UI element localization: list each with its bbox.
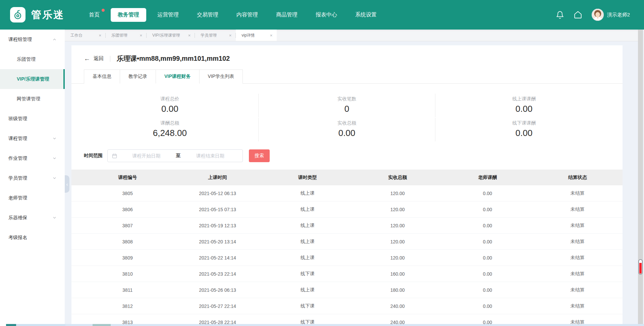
nav-item[interactable]: 运营管理: [150, 8, 186, 22]
chevron-left-icon: ‹: [66, 181, 68, 187]
stat-label: 实收笔数: [259, 96, 435, 102]
table-cell: 160.00: [353, 271, 442, 277]
sidebar-item[interactable]: 老师管理: [0, 188, 65, 208]
course-end-date-input[interactable]: [182, 153, 239, 158]
sidebar-subitem-label: VIP/乐理课管理: [17, 76, 49, 82]
table-cell: 3809: [83, 255, 172, 261]
table-cell: 0.00: [442, 271, 532, 277]
detail-tab[interactable]: VIP学生列表: [199, 69, 243, 84]
table-cell: 未结算: [533, 255, 623, 261]
chevron-down-icon: [52, 136, 57, 141]
sidebar-item-label: 课程管理: [8, 136, 27, 142]
user-name: 演示老师2: [607, 12, 630, 18]
table-cell: 0.00: [442, 320, 532, 324]
table-header-cell: 结算状态: [533, 175, 623, 181]
table-cell: 3810: [83, 271, 172, 277]
filter-label: 时间范围: [84, 153, 103, 159]
user-menu[interactable]: 演示老师2: [592, 9, 630, 21]
stat-row: 课程总价0.00实收笔数0线上课课酬0.00: [82, 94, 612, 117]
sidebar-collapse-handle[interactable]: ‹: [65, 175, 69, 193]
detail-tab[interactable]: VIP课程财务: [156, 69, 200, 84]
chevron-down-icon: [52, 216, 57, 220]
table-cell: 线下课: [263, 319, 353, 324]
navbar-right: 演示老师2: [556, 9, 630, 21]
table-cell: 3808: [83, 239, 172, 244]
window-tab[interactable]: 工作台×: [65, 30, 106, 41]
window-tab-label: 工作台: [70, 33, 83, 38]
table-cell: 线下课: [263, 303, 353, 309]
table-row: 38082021-05-20 13:14线上课120.000.00未结算: [71, 234, 623, 250]
notification-dot-badge: [102, 9, 105, 12]
tab-close-icon[interactable]: ×: [229, 33, 232, 38]
table-row: 38062021-05-15 07:13线上课120.000.00未结算: [71, 201, 623, 218]
logo[interactable]: 管乐迷: [10, 7, 64, 22]
course-start-date-input[interactable]: [118, 153, 175, 158]
sidebar-item[interactable]: 课程管理: [0, 129, 65, 148]
horizontal-scrollbar[interactable]: [0, 324, 644, 326]
window-tab[interactable]: 学员管理×: [195, 30, 236, 41]
sidebar-subitem[interactable]: 乐团管理: [0, 49, 65, 69]
nav-item[interactable]: 商品管理: [269, 8, 305, 22]
nav-item[interactable]: 报表中心: [309, 8, 344, 22]
sidebar-item[interactable]: 课程组管理: [0, 30, 65, 49]
table-cell: 120.00: [353, 255, 442, 261]
sidebar-subitem[interactable]: 网管课管理: [0, 89, 65, 109]
nav-item[interactable]: 教务管理: [111, 8, 146, 22]
sidebar-subitem[interactable]: VIP/乐理课管理: [0, 69, 65, 89]
calendar-icon: [112, 153, 117, 159]
stat-cell: 线下课课酬0.00: [435, 118, 612, 141]
table-cell: 120.00: [353, 191, 442, 196]
table-cell: 0.00: [442, 287, 532, 293]
sidebar-item-label: 班级管理: [8, 116, 27, 122]
sidebar-item[interactable]: 考级报名: [0, 228, 65, 247]
window-tab-label: VIP/乐理课管理: [152, 33, 180, 38]
nav-item[interactable]: 系统设置: [348, 8, 384, 22]
sidebar-item[interactable]: 班级管理: [0, 109, 65, 129]
window-tab[interactable]: vip详情×: [236, 30, 277, 41]
table-header-cell: 上课时间: [172, 175, 262, 181]
window-tab[interactable]: VIP/乐理课管理×: [147, 30, 195, 41]
back-button[interactable]: ← 返回: [84, 55, 104, 62]
detail-tab[interactable]: 教学记录: [120, 69, 156, 84]
table-cell: 线上课: [263, 190, 353, 196]
table-cell: 线上课: [263, 206, 353, 213]
sidebar-subitem-label: 网管课管理: [17, 96, 40, 102]
home-icon[interactable]: [574, 10, 582, 19]
hscroll-segment: [16, 324, 65, 326]
tab-close-icon[interactable]: ×: [188, 33, 191, 38]
stat-label: 课程总价: [82, 96, 258, 102]
notification-bell-icon[interactable]: [556, 11, 564, 19]
sidebar-item[interactable]: 作业管理: [0, 148, 65, 168]
vertical-scrollbar[interactable]: [638, 30, 643, 324]
nav-item[interactable]: 交易管理: [190, 8, 225, 22]
date-range-picker[interactable]: 至: [107, 149, 243, 162]
table-cell: 3813: [83, 320, 172, 324]
sidebar-item[interactable]: 学员管理: [0, 168, 65, 188]
back-arrow-icon: ←: [84, 55, 90, 62]
detail-tab[interactable]: 基本信息: [84, 69, 120, 84]
table-cell: 未结算: [533, 287, 623, 293]
table-row: 38072021-05-19 12:13线上课120.000.00未结算: [71, 218, 623, 234]
table-cell: 线下课: [263, 271, 353, 277]
sidebar-item[interactable]: 乐器维保: [0, 208, 65, 228]
nav-item[interactable]: 内容管理: [229, 8, 265, 22]
nav-item[interactable]: 首页: [82, 8, 107, 22]
search-button[interactable]: 搜索: [249, 149, 270, 162]
tab-close-icon[interactable]: ×: [140, 33, 142, 38]
stat-cell: 实收总额0.00: [259, 118, 436, 141]
finance-stats: 课程总价0.00实收笔数0线上课课酬0.00课酬总额6,248.00实收总额0.…: [82, 94, 612, 141]
table-cell: 未结算: [533, 239, 623, 245]
table-cell: 0.00: [442, 191, 532, 196]
tab-close-icon[interactable]: ×: [270, 33, 273, 38]
stat-value: 0.00: [82, 103, 258, 114]
table-cell: 2021-05-15 07:13: [172, 207, 262, 212]
table-cell: 3805: [83, 191, 172, 196]
page-header: ← 返回 乐理课•mm88,mm99,mm101,mm102: [84, 54, 623, 63]
table-cell: 0.00: [442, 255, 532, 261]
range-separator: 至: [175, 153, 182, 159]
vertical-scrollbar-thumb[interactable]: [638, 259, 643, 275]
user-avatar: [592, 9, 604, 21]
window-tab[interactable]: 乐团管理×: [106, 30, 147, 41]
tab-close-icon[interactable]: ×: [99, 33, 101, 38]
stat-cell: 课酬总额6,248.00: [82, 118, 259, 141]
